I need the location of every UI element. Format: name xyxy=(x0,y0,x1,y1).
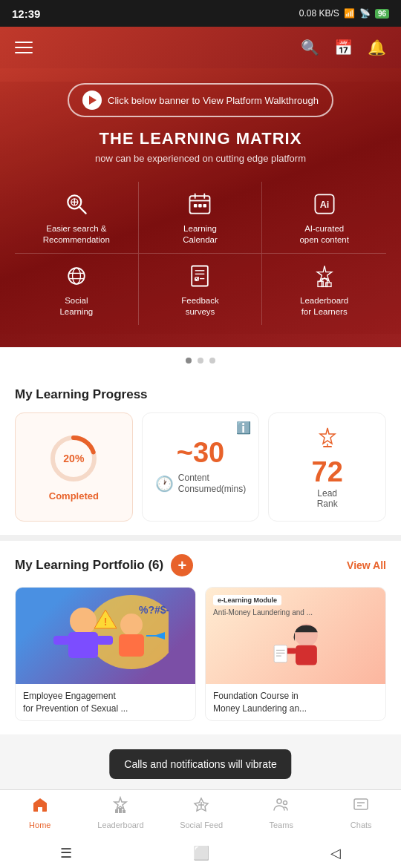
svg-rect-19 xyxy=(192,266,209,286)
play-icon xyxy=(82,91,102,110)
chats-label: Chats xyxy=(351,821,372,829)
svg-rect-25 xyxy=(318,281,323,286)
svg-rect-59 xyxy=(354,799,368,809)
svg-rect-34 xyxy=(68,632,98,658)
dot-2[interactable] xyxy=(198,358,203,364)
home-icon xyxy=(31,796,49,818)
svg-point-37 xyxy=(120,614,143,636)
svg-rect-53 xyxy=(123,810,125,813)
svg-rect-9 xyxy=(194,204,198,208)
lead-rank-card: 72 LeadRank xyxy=(268,412,386,522)
leaderboard-feature-label: Leaderboardfor Learners xyxy=(300,295,348,318)
notification-icon[interactable]: 🔔 xyxy=(368,39,386,56)
feature-search[interactable]: Easier search &Recommendation xyxy=(15,182,139,254)
svg-rect-52 xyxy=(119,808,122,813)
circular-progress: 20% xyxy=(48,433,100,484)
add-portfolio-button[interactable]: + xyxy=(171,554,193,576)
ai-feature-icon: Ai xyxy=(310,189,339,219)
status-bar: 12:39 0.08 KB/S 📶 📡 96 xyxy=(0,0,401,27)
svg-rect-51 xyxy=(115,809,118,813)
svg-line-1 xyxy=(79,207,85,214)
nav-chats[interactable]: Chats xyxy=(339,796,383,829)
social-feed-label: Social Feed xyxy=(180,821,223,829)
info-icon[interactable]: ℹ️ xyxy=(236,421,251,435)
lead-rank-label: LeadRank xyxy=(317,488,338,509)
feature-calendar[interactable]: LearningCalendar xyxy=(139,182,263,254)
nav-home[interactable]: Home xyxy=(18,796,62,829)
course-card-1[interactable]: ! %?#$- Employee Engagementfor Preventio… xyxy=(15,587,196,722)
leaderboard-feature-icon xyxy=(310,261,339,291)
course-thumb-1: ! %?#$- xyxy=(16,588,195,684)
nav-icons: 🔍 📅 🔔 xyxy=(301,39,386,56)
nav-social-feed[interactable]: Social Feed xyxy=(179,796,224,829)
trophy-icon xyxy=(316,425,339,453)
leaderboard-nav-icon xyxy=(111,796,129,818)
calendar-feature-label: LearningCalendar xyxy=(183,223,218,246)
course-title-1: Employee Engagementfor Prevention of Sex… xyxy=(16,684,195,721)
svg-rect-47 xyxy=(274,645,287,662)
android-menu-btn[interactable]: ☰ xyxy=(60,845,72,861)
svg-point-57 xyxy=(277,799,281,803)
search-feature-icon xyxy=(62,189,91,219)
hero-title: THE LEARNING MATRIX xyxy=(15,129,386,148)
dot-1[interactable] xyxy=(186,358,192,364)
svg-rect-11 xyxy=(203,204,207,208)
android-home-btn[interactable]: ⬜ xyxy=(193,845,209,861)
elearning-badge: e-Learning Module xyxy=(213,595,281,605)
nav-leaderboard[interactable]: Leaderboard xyxy=(97,796,143,829)
feedback-feature-label: Feedbacksurveys xyxy=(181,295,219,318)
hero-subtitle: now can be experienced on cutting edge p… xyxy=(15,153,386,164)
carousel-dots xyxy=(0,347,401,374)
separator xyxy=(0,535,401,541)
view-all-button[interactable]: View All xyxy=(347,559,386,571)
leaderboard-nav-label: Leaderboard xyxy=(97,821,143,829)
android-nav-bar: ☰ ⬜ ◁ xyxy=(0,838,401,868)
social-feature-icon xyxy=(62,261,91,291)
svg-point-58 xyxy=(283,801,287,805)
walkthrough-text: Click below banner to View Platform Walk… xyxy=(108,95,319,106)
ai-feature-label: AI-curatedopen content xyxy=(299,223,349,246)
portfolio-title-text: My Learning Portfolio (6) xyxy=(15,558,163,573)
svg-rect-36 xyxy=(97,636,113,645)
content-consumed-card: ℹ️ ~30 🕐 ContentConsumed(mins) xyxy=(142,412,260,522)
learning-progress-title: My Learning Progress xyxy=(15,387,386,402)
feature-leaderboard[interactable]: Leaderboardfor Learners xyxy=(262,254,386,325)
content-consumed-label: ContentConsumed(mins) xyxy=(178,473,246,496)
content-consumed-sub: 🕐 ContentConsumed(mins) xyxy=(155,473,246,496)
feature-feedback[interactable]: Feedbacksurveys xyxy=(139,254,263,325)
clock-icon: 🕐 xyxy=(155,475,174,493)
progress-cards: 20% Completed ℹ️ ~30 🕐 ContentConsumed(m… xyxy=(15,412,386,522)
bottom-nav: Home Leaderboard Social Feed xyxy=(0,789,401,838)
battery-badge: 96 xyxy=(375,9,389,19)
completed-card: 20% Completed xyxy=(15,412,133,522)
android-back-btn[interactable]: ◁ xyxy=(330,845,341,861)
course-title-2: Foundation Course inMoney Laundering an.… xyxy=(206,684,385,721)
feature-ai[interactable]: Ai AI-curatedopen content xyxy=(262,182,386,254)
dot-3[interactable] xyxy=(209,358,215,364)
percent-text: 20% xyxy=(63,453,84,464)
calendar-icon[interactable]: 📅 xyxy=(334,39,353,56)
portfolio-section: My Learning Portfolio (6) + View All xyxy=(0,541,401,735)
status-time: 12:39 xyxy=(12,7,40,20)
social-feed-icon xyxy=(192,796,210,818)
content-consumed-number: ~30 xyxy=(177,438,224,467)
feature-social[interactable]: SocialLearning xyxy=(15,254,139,325)
nav-teams[interactable]: Teams xyxy=(259,796,304,829)
search-feature-label: Easier search &Recommendation xyxy=(43,223,110,246)
elearning-title: Anti-Money Laundering and ... xyxy=(213,608,313,617)
svg-rect-45 xyxy=(296,645,317,665)
course-card-2[interactable]: e-Learning Module Anti-Money Laundering … xyxy=(205,587,386,722)
svg-rect-38 xyxy=(119,634,144,657)
svg-rect-10 xyxy=(199,204,203,208)
learning-progress-section: My Learning Progress 20% Completed ℹ️ ~3… xyxy=(0,374,401,535)
svg-point-33 xyxy=(70,608,97,634)
svg-rect-27 xyxy=(325,283,330,286)
chats-icon xyxy=(352,796,370,818)
svg-text:Ai: Ai xyxy=(319,200,329,210)
toast-message: Calls and notifications will vibrate xyxy=(109,749,291,779)
search-icon[interactable]: 🔍 xyxy=(301,39,319,56)
portfolio-title: My Learning Portfolio (6) + xyxy=(15,554,193,576)
menu-button[interactable] xyxy=(15,42,33,53)
walkthrough-button[interactable]: Click below banner to View Platform Walk… xyxy=(68,83,333,117)
signal-icon: 📡 xyxy=(359,8,371,19)
